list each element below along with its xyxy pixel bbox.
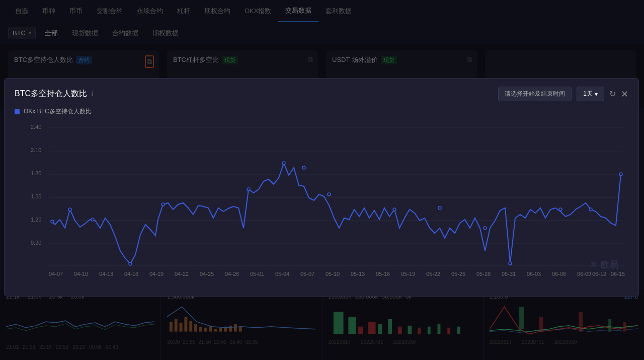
svg-text:05-04: 05-04 (275, 271, 289, 277)
svg-text:04-19: 04-19 (149, 271, 164, 277)
svg-point-39 (328, 193, 331, 196)
modal-title-text: BTC多空持仓人数比 (15, 89, 87, 99)
svg-text:04-22: 04-22 (175, 271, 189, 277)
main-chart-area: 2.40 2.10 1.80 1.50 1.20 0.90 04-07 04-1… (15, 120, 628, 291)
svg-point-34 (129, 262, 132, 265)
svg-point-40 (393, 208, 396, 211)
svg-point-43 (509, 262, 512, 265)
svg-point-31 (51, 220, 54, 223)
svg-text:06-09: 06-09 (577, 271, 591, 277)
modal-controls: 请选择开始及结束时间 1天 ▾ ↻ ✕ (498, 87, 628, 101)
legend-color-dot (15, 109, 20, 114)
modal-header: BTC多空持仓人数比 ℹ 请选择开始及结束时间 1天 ▾ ↻ ✕ (15, 87, 628, 101)
svg-text:05-01: 05-01 (250, 271, 264, 277)
svg-point-44 (559, 208, 562, 211)
svg-text:05-13: 05-13 (351, 271, 365, 277)
svg-point-37 (282, 162, 285, 165)
svg-point-46 (619, 173, 622, 176)
info-icon[interactable]: ℹ (91, 90, 94, 98)
chart-legend: OKx BTC多空持仓人数比 (15, 107, 628, 116)
svg-text:05-25: 05-25 (451, 271, 465, 277)
svg-point-35 (162, 203, 165, 206)
svg-text:05-19: 05-19 (401, 271, 415, 277)
svg-point-32 (68, 208, 71, 211)
svg-text:06-06: 06-06 (552, 271, 566, 277)
svg-point-33 (91, 218, 94, 221)
legend-label: OKx BTC多空持仓人数比 (24, 107, 92, 116)
svg-text:06-15: 06-15 (611, 271, 625, 277)
y-label-090: 0.90 (31, 240, 41, 246)
y-label-240: 2.40 (31, 124, 41, 130)
close-icon[interactable]: ✕ (621, 89, 628, 100)
svg-text:04-10: 04-10 (74, 271, 88, 277)
interval-arrow: ▾ (595, 91, 598, 98)
refresh-icon[interactable]: ↻ (609, 89, 616, 99)
svg-text:06-03: 06-03 (527, 271, 541, 277)
y-label-180: 1.80 (31, 170, 41, 176)
svg-text:05-16: 05-16 (376, 271, 390, 277)
date-picker-button[interactable]: 请选择开始及结束时间 (498, 87, 572, 101)
svg-text:05-07: 05-07 (300, 271, 314, 277)
svg-point-41 (438, 206, 441, 209)
svg-text:05-22: 05-22 (426, 271, 440, 277)
svg-text:04-16: 04-16 (124, 271, 138, 277)
svg-text:05-10: 05-10 (326, 271, 340, 277)
svg-text:04-28: 04-28 (225, 271, 239, 277)
modal-longshort: BTC多空持仓人数比 ℹ 请选择开始及结束时间 1天 ▾ ↻ ✕ OKx BTC… (4, 78, 639, 297)
svg-point-36 (247, 188, 250, 191)
svg-point-38 (302, 166, 305, 169)
watermark: ✕ 欧易 (590, 259, 618, 271)
svg-text:04-07: 04-07 (49, 271, 63, 277)
main-chart-svg: 2.40 2.10 1.80 1.50 1.20 0.90 04-07 04-1… (15, 120, 628, 291)
y-label-150: 1.50 (31, 193, 41, 199)
svg-point-42 (484, 227, 487, 230)
svg-point-45 (589, 208, 592, 211)
chart-line (52, 163, 621, 264)
modal-title-area: BTC多空持仓人数比 ℹ (15, 89, 94, 99)
svg-text:04-13: 04-13 (99, 271, 113, 277)
svg-text:05-28: 05-28 (476, 271, 491, 277)
svg-text:05-31: 05-31 (502, 271, 516, 277)
svg-text:06-12: 06-12 (592, 271, 606, 277)
interval-value: 1天 (583, 90, 593, 98)
y-label-120: 1.20 (31, 217, 41, 223)
svg-text:04-25: 04-25 (200, 271, 214, 277)
y-label-210: 2.10 (31, 147, 41, 153)
interval-select[interactable]: 1天 ▾ (577, 87, 604, 101)
